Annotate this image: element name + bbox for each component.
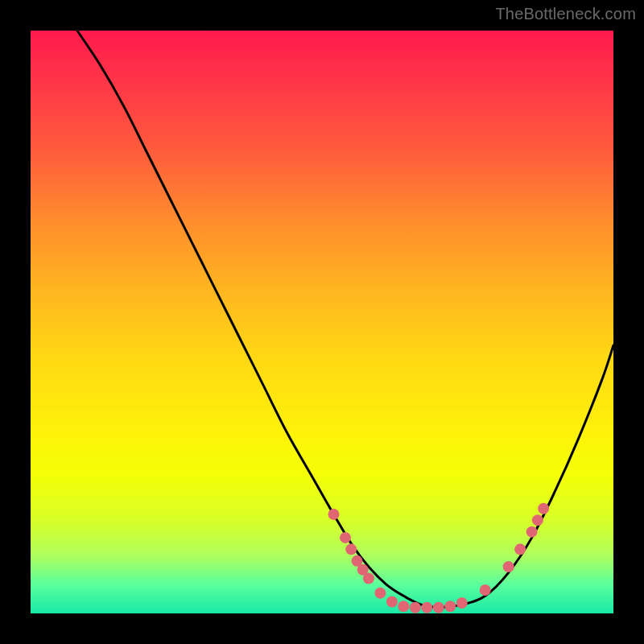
marker-dot: [456, 597, 468, 609]
marker-dot: [444, 601, 456, 612]
curve-markers: [328, 503, 549, 613]
marker-dot: [503, 561, 514, 572]
chart-container: TheBottleneck.com: [0, 0, 644, 644]
marker-dot: [532, 514, 543, 526]
marker-dot: [480, 584, 491, 596]
marker-dot: [514, 543, 526, 555]
marker-dot: [538, 503, 549, 514]
marker-dot: [433, 602, 444, 613]
marker-dot: [526, 526, 538, 538]
curve-svg: [31, 31, 613, 613]
marker-dot: [421, 602, 432, 613]
marker-dot: [340, 532, 351, 543]
plot-area: [31, 31, 613, 613]
marker-dot: [386, 597, 398, 608]
marker-dot: [374, 588, 386, 599]
marker-dot: [398, 601, 409, 612]
marker-dot: [328, 509, 339, 520]
watermark-text: TheBottleneck.com: [495, 5, 636, 23]
marker-dot: [363, 573, 374, 584]
marker-dot: [410, 602, 421, 613]
marker-dot: [345, 543, 357, 555]
